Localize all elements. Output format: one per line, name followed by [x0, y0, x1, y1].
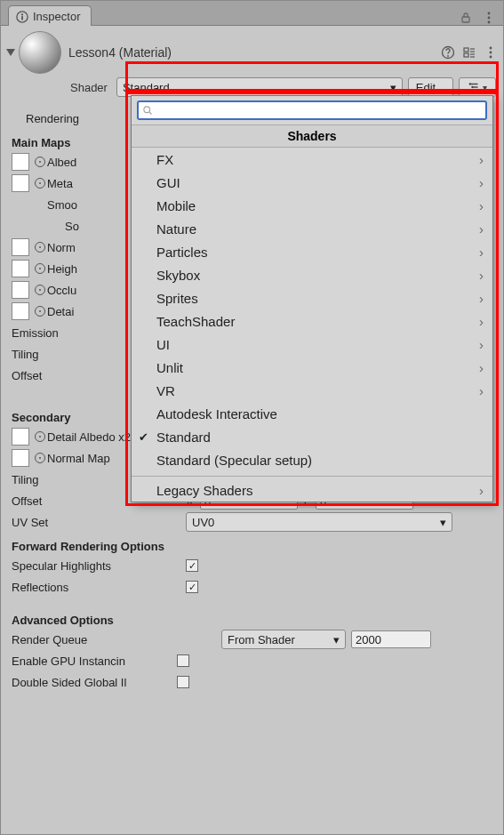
shader-item-label: Legacy Shaders	[156, 483, 252, 498]
chevron-down-icon: ▾	[440, 516, 446, 529]
shader-search-wrap	[132, 96, 492, 125]
shader-popup-heading: Shaders	[132, 125, 492, 148]
uvset-dropdown[interactable]: UV0 ▾	[186, 512, 452, 532]
svg-point-6	[488, 21, 491, 24]
svg-line-25	[149, 112, 152, 115]
svg-rect-10	[464, 53, 468, 57]
gpu-instancing-checkbox[interactable]	[177, 654, 189, 667]
chevron-right-icon: ›	[479, 360, 484, 375]
normal-map-texture-slot[interactable]	[12, 449, 29, 467]
shader-item[interactable]: Sprites›	[132, 286, 492, 309]
kebab-icon[interactable]	[482, 11, 496, 25]
shader-item-label: Skybox	[156, 268, 200, 283]
shader-item[interactable]: Unlit›	[132, 356, 492, 379]
shader-item[interactable]: FX›	[132, 148, 492, 171]
shader-item-label: Particles	[156, 245, 208, 260]
metallic-picker-icon[interactable]	[35, 178, 45, 189]
render-queue-mode: From Shader	[228, 633, 295, 646]
shader-item[interactable]: TeachShader›	[132, 309, 492, 333]
shader-item-label: VR	[156, 383, 175, 398]
material-header: Lesson4 (Material)	[1, 26, 503, 74]
tab-title: Inspector	[33, 10, 80, 23]
render-queue-dropdown[interactable]: From Shader ▾	[221, 630, 346, 649]
preset-icon[interactable]	[462, 45, 476, 60]
detail-albedo-picker-icon[interactable]	[35, 431, 45, 442]
inspector-tab[interactable]: Inspector	[8, 5, 92, 26]
metallic-texture-slot[interactable]	[12, 174, 29, 192]
shader-item-legacy[interactable]: Legacy Shaders ›	[132, 478, 492, 502]
shader-item[interactable]: UI›	[132, 333, 492, 356]
svg-point-16	[490, 52, 492, 54]
shader-item[interactable]: Standard (Specular setup)	[132, 448, 492, 471]
reflections-checkbox[interactable]: ✓	[186, 581, 198, 593]
double-sided-checkbox[interactable]	[177, 676, 189, 688]
edit-button-label: Edit...	[416, 81, 445, 94]
chevron-right-icon: ›	[479, 337, 484, 352]
render-queue-field[interactable]	[351, 630, 431, 648]
material-name: Lesson4 (Material)	[68, 45, 441, 60]
tab-bar: Inspector	[1, 1, 503, 26]
kebab-icon[interactable]	[484, 45, 498, 60]
help-icon[interactable]	[441, 45, 455, 60]
svg-point-21	[468, 83, 470, 84]
inspector-window: Inspector Lesson4 (Material)	[0, 0, 504, 835]
divider	[132, 476, 492, 477]
shader-item[interactable]: Nature›	[132, 217, 492, 240]
occlusion-picker-icon[interactable]	[35, 285, 45, 295]
normal-texture-slot[interactable]	[12, 238, 29, 256]
specular-highlights-label: Specular Highlights	[12, 559, 186, 573]
hierarchy-menu-button[interactable]: ▾	[459, 77, 496, 97]
chevron-right-icon: ›	[479, 152, 484, 167]
svg-point-17	[490, 56, 492, 59]
occlusion-texture-slot[interactable]	[12, 281, 29, 299]
shader-popup: Shaders FX›GUI›Mobile›Nature›Particles›S…	[131, 95, 493, 502]
lock-icon[interactable]	[459, 11, 473, 25]
albedo-picker-icon[interactable]	[35, 157, 45, 167]
forward-rendering-heading: Forward Rendering Options	[12, 540, 492, 553]
height-texture-slot[interactable]	[12, 260, 29, 277]
material-preview-sphere[interactable]	[19, 31, 61, 74]
shader-item[interactable]: Skybox›	[132, 263, 492, 286]
shader-item-label: FX	[156, 152, 173, 167]
svg-rect-2	[21, 16, 23, 20]
search-icon	[142, 105, 153, 116]
shader-dropdown[interactable]: Standard ▾	[116, 77, 403, 97]
detail-albedo-texture-slot[interactable]	[12, 428, 29, 446]
shader-item[interactable]: Autodesk Interactive	[132, 402, 492, 425]
uvset-value: UV0	[192, 516, 214, 529]
gpu-instancing-label: Enable GPU Instancin	[12, 654, 177, 668]
shader-item[interactable]: VR›	[132, 379, 492, 402]
shader-item[interactable]: GUI›	[132, 171, 492, 194]
shader-item[interactable]: Particles›	[132, 240, 492, 263]
chevron-right-icon: ›	[479, 314, 484, 329]
specular-highlights-checkbox[interactable]: ✓	[186, 559, 198, 572]
render-queue-label: Render Queue	[12, 633, 221, 646]
shader-item-label: Autodesk Interactive	[156, 406, 277, 422]
fold-arrow-icon[interactable]	[6, 49, 15, 56]
normal-picker-icon[interactable]	[35, 242, 45, 253]
chevron-right-icon: ›	[479, 383, 484, 398]
chevron-right-icon: ›	[479, 175, 484, 190]
advanced-options-heading: Advanced Options	[12, 614, 492, 627]
edit-button[interactable]: Edit...	[408, 77, 453, 97]
shader-search-input[interactable]	[156, 103, 482, 118]
shader-search-box[interactable]	[137, 100, 487, 120]
albedo-texture-slot[interactable]	[12, 153, 29, 171]
chevron-right-icon: ›	[479, 198, 484, 213]
shader-item-label: TeachShader	[156, 314, 235, 329]
chevron-right-icon: ›	[479, 221, 484, 237]
height-picker-icon[interactable]	[35, 263, 45, 274]
shader-item[interactable]: Standard	[132, 425, 492, 448]
chevron-right-icon: ›	[479, 245, 484, 260]
normal-map-picker-icon[interactable]	[35, 453, 45, 463]
shader-item-label: GUI	[156, 175, 180, 190]
hierarchy-icon	[468, 81, 481, 93]
shader-value: Standard	[123, 81, 170, 94]
detail-texture-slot[interactable]	[12, 302, 29, 320]
shader-item[interactable]: Mobile›	[132, 194, 492, 217]
svg-point-4	[488, 12, 491, 15]
detail-picker-icon[interactable]	[35, 306, 45, 317]
shader-item-label: Standard (Specular setup)	[156, 453, 312, 468]
svg-point-8	[447, 55, 449, 57]
svg-point-23	[473, 89, 475, 91]
